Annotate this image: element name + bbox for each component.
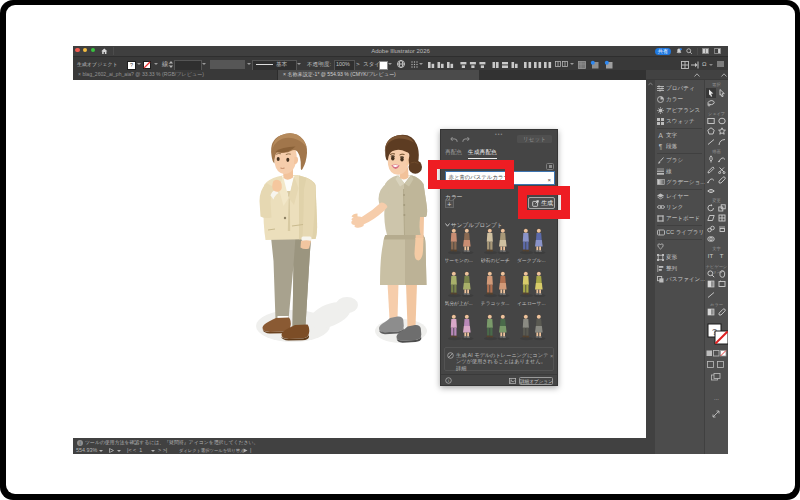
svg-text:¶: ¶ [659,143,663,150]
svg-text:A: A [658,132,663,139]
svg-text:i: i [448,378,450,383]
svg-text:i: i [80,441,81,446]
